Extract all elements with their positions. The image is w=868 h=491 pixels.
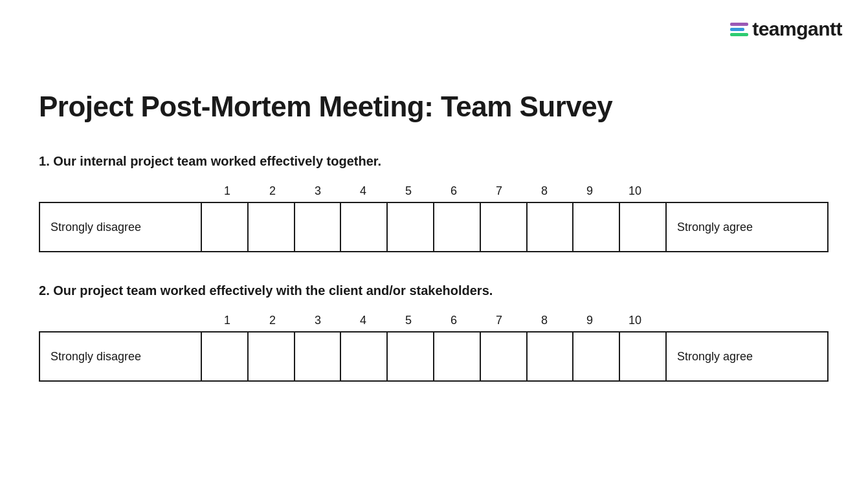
scale-num-7: 7: [476, 184, 522, 198]
question-2-max-label: Strongly agree: [665, 333, 827, 380]
question-2-cell-9[interactable]: [573, 333, 620, 380]
question-2-label: 2. Our project team worked effectively w…: [39, 283, 829, 298]
scale-num-6: 6: [431, 184, 476, 198]
question-2-scale-numbers: 1 2 3 4 5 6 7 8 9 10: [205, 314, 829, 327]
question-2-cell-10[interactable]: [620, 333, 665, 380]
question-1-scale-grid: Strongly disagree Strongly agree: [39, 202, 829, 252]
scale-num-5: 5: [386, 184, 431, 198]
scale-num-4: 4: [340, 184, 386, 198]
question-2-scale: 1 2 3 4 5 6 7 8 9 10 Strongly disagree: [39, 314, 829, 382]
scale-num-8: 8: [522, 184, 567, 198]
logo-text: teamgantt: [752, 18, 842, 40]
question-1-label: 1. Our internal project team worked effe…: [39, 154, 829, 169]
question-2-cell-5[interactable]: [388, 333, 434, 380]
question-2-min-label: Strongly disagree: [40, 333, 202, 380]
logo-bar-green: [730, 33, 748, 36]
question-2-cell-6[interactable]: [434, 333, 481, 380]
question-1-cell-8[interactable]: [528, 203, 574, 251]
q2-scale-num-1: 1: [205, 314, 250, 327]
question-2-cell-1[interactable]: [202, 333, 249, 380]
question-1-max-label: Strongly agree: [665, 203, 827, 251]
question-1-cell-5[interactable]: [388, 203, 434, 251]
q2-scale-num-2: 2: [250, 314, 295, 327]
question-1-scale: 1 2 3 4 5 6 7 8 9 10 Strongly disagree: [39, 184, 829, 252]
page-title: Project Post-Mortem Meeting: Team Survey: [39, 91, 829, 123]
q2-scale-num-8: 8: [522, 314, 567, 327]
q2-scale-num-10: 10: [612, 314, 658, 327]
question-2-cell-3[interactable]: [295, 333, 342, 380]
question-2-scale-grid: Strongly disagree Strongly agree: [39, 331, 829, 382]
question-1-cells: [202, 203, 665, 251]
logo: teamgantt: [730, 18, 842, 40]
question-2-cells: [202, 333, 665, 380]
scale-num-1: 1: [205, 184, 250, 198]
question-1-cell-10[interactable]: [620, 203, 665, 251]
q2-scale-num-5: 5: [386, 314, 431, 327]
q2-scale-num-3: 3: [295, 314, 340, 327]
question-1-cell-7[interactable]: [481, 203, 528, 251]
q2-scale-num-9: 9: [567, 314, 612, 327]
q2-scale-num-4: 4: [340, 314, 386, 327]
question-2-section: 2. Our project team worked effectively w…: [39, 283, 829, 382]
scale-num-9: 9: [567, 184, 612, 198]
question-2-cell-8[interactable]: [528, 333, 574, 380]
question-1-cell-6[interactable]: [434, 203, 481, 251]
question-1-section: 1. Our internal project team worked effe…: [39, 154, 829, 252]
logo-bar-blue: [730, 28, 744, 31]
question-2-cell-7[interactable]: [481, 333, 528, 380]
scale-num-10: 10: [612, 184, 658, 198]
question-1-cell-4[interactable]: [341, 203, 388, 251]
question-1-cell-3[interactable]: [295, 203, 342, 251]
question-1-scale-numbers: 1 2 3 4 5 6 7 8 9 10: [205, 184, 829, 198]
question-1-min-label: Strongly disagree: [40, 203, 202, 251]
q2-scale-num-7: 7: [476, 314, 522, 327]
question-1-cell-2[interactable]: [249, 203, 295, 251]
logo-icon: [730, 23, 748, 36]
question-1-cell-9[interactable]: [573, 203, 620, 251]
scale-num-2: 2: [250, 184, 295, 198]
logo-bar-purple: [730, 23, 748, 26]
question-2-cell-4[interactable]: [341, 333, 388, 380]
question-2-cell-2[interactable]: [249, 333, 295, 380]
question-1-cell-1[interactable]: [202, 203, 249, 251]
page-content: Project Post-Mortem Meeting: Team Survey…: [0, 0, 868, 439]
q2-scale-num-6: 6: [431, 314, 476, 327]
scale-num-3: 3: [295, 184, 340, 198]
